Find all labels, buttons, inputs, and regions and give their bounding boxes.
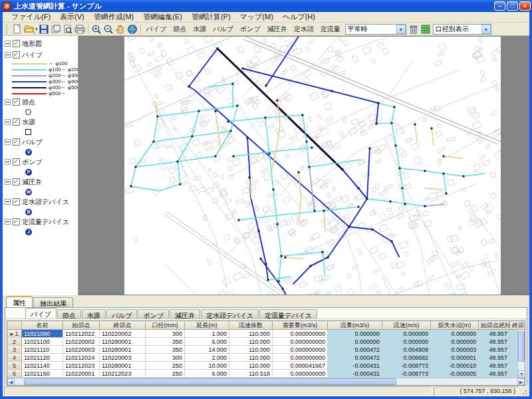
- grid-cell[interactable]: 350: [146, 338, 185, 346]
- expander-icon[interactable]: [5, 99, 11, 105]
- grid-cell[interactable]: 110220001: [63, 370, 100, 378]
- grid-cell[interactable]: -0.008773: [382, 370, 431, 378]
- grid-cell[interactable]: 0.000472: [328, 346, 382, 354]
- grid-cell[interactable]: -0.008773: [382, 362, 431, 370]
- expander-icon[interactable]: [5, 219, 11, 225]
- expander-icon[interactable]: [5, 199, 11, 205]
- grid-cell[interactable]: 0.000000000: [273, 354, 328, 362]
- grid-cell[interactable]: 6.000: [185, 338, 229, 346]
- grid-cell[interactable]: 300: [146, 354, 185, 362]
- grid-cell[interactable]: 48.957: [479, 346, 510, 354]
- tree-item-7[interactable]: 定水頭デバイス: [3, 196, 78, 207]
- tree-item-2[interactable]: 節点: [3, 96, 78, 108]
- pan-hand-button[interactable]: [114, 23, 126, 35]
- grid-cell[interactable]: 110212024: [63, 354, 100, 362]
- expander-icon[interactable]: [5, 119, 11, 125]
- grid-cell[interactable]: 110.000: [229, 338, 273, 346]
- subtab-0[interactable]: パイプ: [25, 308, 57, 319]
- expander-icon[interactable]: [5, 41, 11, 47]
- grid-cell[interactable]: 110.518: [229, 370, 273, 378]
- column-header-6[interactable]: 需要量(m3/s): [273, 321, 328, 330]
- vertical-scroll-thumb[interactable]: [518, 331, 525, 362]
- column-header-8[interactable]: 流速(m/s): [382, 321, 431, 330]
- grid-cell[interactable]: 0.000000000: [273, 346, 328, 354]
- grid-cell[interactable]: 0.000000000: [273, 370, 328, 378]
- mode-button-6[interactable]: 定水頭: [291, 23, 317, 35]
- grid-cell[interactable]: 0.000000: [382, 330, 431, 338]
- column-header-0[interactable]: 名前: [22, 321, 63, 330]
- table-row[interactable]: 31102111011022000311028000135014.000110.…: [7, 346, 525, 354]
- subtab-4[interactable]: ポンプ: [138, 309, 169, 319]
- grid-cell[interactable]: 110212023: [100, 370, 146, 378]
- menu-item-4[interactable]: 管網計算(P): [187, 11, 235, 23]
- minimize-button[interactable]: －: [494, 1, 505, 11]
- grid-cell[interactable]: 350: [146, 346, 185, 354]
- table-row[interactable]: 51102114011021202311028000125010.000110.…: [7, 362, 525, 370]
- layer-checkbox[interactable]: [13, 198, 20, 205]
- grid-cell[interactable]: -0.000431: [328, 370, 382, 378]
- chevron-down-icon[interactable]: ▼: [396, 25, 406, 34]
- table-row[interactable]: 2110211001102200021102800013506.000110.0…: [7, 338, 525, 346]
- layer-checkbox[interactable]: [13, 158, 20, 166]
- grid-cell[interactable]: 11021110: [22, 346, 63, 354]
- close-button[interactable]: ×: [519, 1, 531, 11]
- column-header-7[interactable]: 流量(m3/s): [328, 321, 382, 330]
- grid-cell[interactable]: 11021090: [22, 330, 63, 338]
- column-header-9[interactable]: 損失水頭(m): [431, 321, 479, 330]
- grid-cell[interactable]: 110280001: [100, 338, 146, 346]
- subtab-6[interactable]: 定水頭デバイス: [201, 309, 259, 319]
- grid-cell[interactable]: -0.000005: [431, 370, 479, 378]
- menu-item-2[interactable]: 管網作成(M): [89, 11, 139, 23]
- menu-item-0[interactable]: ファイル(F): [7, 11, 55, 23]
- new-document-button[interactable]: [11, 23, 23, 35]
- subtab-1[interactable]: 節点: [57, 309, 81, 319]
- tab-1[interactable]: 抽出結果: [33, 297, 73, 307]
- grid-cell[interactable]: 48.957: [479, 370, 510, 378]
- maximize-button[interactable]: □: [507, 1, 518, 11]
- column-header-2[interactable]: 終節点: [100, 321, 146, 330]
- layer-checkbox[interactable]: [13, 218, 20, 225]
- grid-cell[interactable]: 250: [146, 370, 185, 378]
- mode-button-7[interactable]: 定流量: [317, 23, 344, 35]
- grid-cell[interactable]: 0.000041667: [273, 362, 328, 370]
- title-bar[interactable]: 水 上水道管網計算 - サンプル － □ ×: [0, 0, 532, 12]
- grid-cell[interactable]: 0.004909: [382, 346, 431, 354]
- subtab-2[interactable]: 水源: [82, 309, 106, 319]
- grid-cell[interactable]: 11021120: [22, 354, 63, 362]
- layer-checkbox[interactable]: [13, 51, 20, 59]
- tree-item-3[interactable]: 水源: [3, 116, 78, 128]
- grid-cell[interactable]: 48.957: [479, 338, 510, 346]
- grid-cell[interactable]: -0.000010: [431, 362, 479, 370]
- grid-cell[interactable]: 110.000: [229, 346, 273, 354]
- zoom-out-button[interactable]: [102, 23, 114, 35]
- map-canvas[interactable]: [79, 37, 529, 295]
- subtab-3[interactable]: バルブ: [106, 309, 138, 319]
- grid-cell[interactable]: 48.957: [479, 362, 510, 370]
- grid-cell[interactable]: 0.000472: [328, 354, 382, 362]
- column-header-5[interactable]: 流速係数: [229, 321, 273, 330]
- grid-cell[interactable]: 48.957: [479, 330, 510, 338]
- subtab-7[interactable]: 定流量デバイス: [259, 309, 317, 319]
- table-row[interactable]: 4110211201102120241102200033002.000110.0…: [7, 354, 525, 362]
- tree-item-6[interactable]: 減圧弁: [3, 176, 78, 188]
- mode-button-0[interactable]: パイプ: [143, 23, 170, 35]
- grid-cell[interactable]: 0.000000: [328, 330, 382, 338]
- column-header-1[interactable]: 始節点: [63, 321, 100, 330]
- tree-item-4[interactable]: バルブ: [3, 136, 78, 148]
- save-button[interactable]: [38, 23, 50, 35]
- mode-button-3[interactable]: バルブ: [209, 23, 237, 35]
- menu-item-6[interactable]: ヘルプ(H): [278, 11, 320, 23]
- grid-cell[interactable]: 48.957: [479, 354, 510, 362]
- grid-cell[interactable]: -0.000431: [328, 362, 382, 370]
- column-header-4[interactable]: 延長(m): [185, 321, 229, 330]
- print-preview-button[interactable]: [62, 23, 74, 35]
- grid-cell[interactable]: 11021100: [22, 338, 63, 346]
- tab-0[interactable]: 属性: [6, 296, 33, 307]
- layer-checkbox[interactable]: [13, 98, 20, 106]
- layer-checkbox[interactable]: [13, 178, 20, 186]
- print-button[interactable]: [74, 23, 86, 35]
- tree-item-8[interactable]: 定流量デバイス: [3, 216, 78, 227]
- layer-checkbox[interactable]: [13, 118, 20, 126]
- tree-item-5[interactable]: ポンプ: [3, 156, 78, 168]
- mode-button-4[interactable]: ポンプ: [237, 23, 264, 35]
